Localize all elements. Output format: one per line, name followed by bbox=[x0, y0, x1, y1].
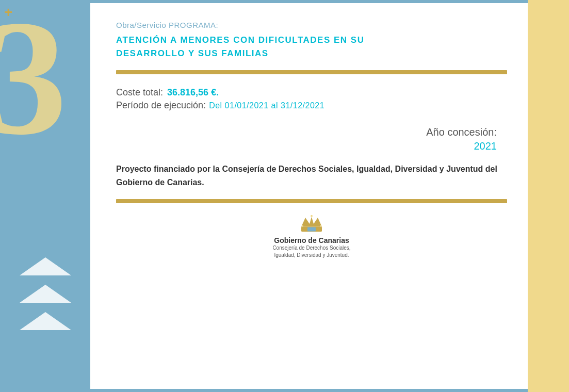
gold-bar-bottom bbox=[116, 199, 507, 203]
logo-sub-line2: Igualdad, Diversidad y Juventud. bbox=[274, 252, 349, 258]
svg-marker-1 bbox=[301, 217, 322, 227]
cost-label: Coste total: bbox=[116, 87, 163, 98]
svg-point-4 bbox=[320, 225, 321, 227]
svg-rect-2 bbox=[307, 227, 316, 232]
program-title-line2: DESARROLLO Y SUS FAMILIAS bbox=[116, 48, 269, 58]
period-value: Del 01/01/2021 al 31/12/2021 bbox=[209, 101, 324, 110]
year-section: Año concesión: 2021 bbox=[116, 126, 507, 152]
logo-section: Gobierno de Canarias Consejería de Derec… bbox=[116, 214, 507, 259]
cost-section: Coste total: 36.816,56 €. Período de eje… bbox=[116, 87, 507, 111]
right-sidebar bbox=[528, 0, 569, 392]
section-label: Obra/Servicio PROGRAMA: bbox=[116, 21, 507, 29]
plus-icon: + bbox=[4, 4, 12, 21]
svg-point-3 bbox=[302, 225, 303, 227]
program-title-line1: ATENCIÓN A MENORES CON DIFICULTADES EN S… bbox=[116, 35, 364, 45]
program-title: ATENCIÓN A MENORES CON DIFICULTADES EN S… bbox=[116, 34, 507, 60]
period-label: Período de ejecución: bbox=[116, 100, 206, 111]
crown-icon bbox=[299, 214, 324, 234]
funding-text: Proyecto financiado por la Consejería de… bbox=[116, 162, 507, 189]
cost-line: Coste total: 36.816,56 €. bbox=[116, 87, 507, 98]
bottom-blue-strip bbox=[90, 389, 528, 392]
logo-sub-line1: Consejería de Derechos Sociales, bbox=[272, 245, 350, 251]
chevron-icon-3 bbox=[20, 312, 71, 330]
cost-value: 36.816,56 €. bbox=[167, 87, 219, 98]
chevron-icon-1 bbox=[20, 257, 71, 275]
top-blue-strip bbox=[90, 0, 528, 3]
chevrons-container bbox=[0, 257, 90, 330]
logo-sub-text: Consejería de Derechos Sociales, Igualda… bbox=[272, 244, 350, 259]
year-value: 2021 bbox=[116, 140, 497, 152]
page-wrapper: + 3 Obra/Servicio PROGRAMA: ATENCIÓN A M… bbox=[0, 0, 569, 392]
gold-bar-top bbox=[116, 70, 507, 74]
logo-main-text: Gobierno de Canarias bbox=[274, 236, 349, 244]
decorative-letter: 3 bbox=[0, 0, 67, 160]
svg-point-5 bbox=[311, 215, 313, 217]
period-line: Período de ejecución: Del 01/01/2021 al … bbox=[116, 100, 507, 111]
chevron-icon-2 bbox=[20, 285, 71, 303]
left-sidebar: 3 bbox=[0, 0, 90, 392]
year-label: Año concesión: bbox=[116, 126, 497, 138]
main-content: Obra/Servicio PROGRAMA: ATENCIÓN A MENOR… bbox=[90, 0, 528, 392]
